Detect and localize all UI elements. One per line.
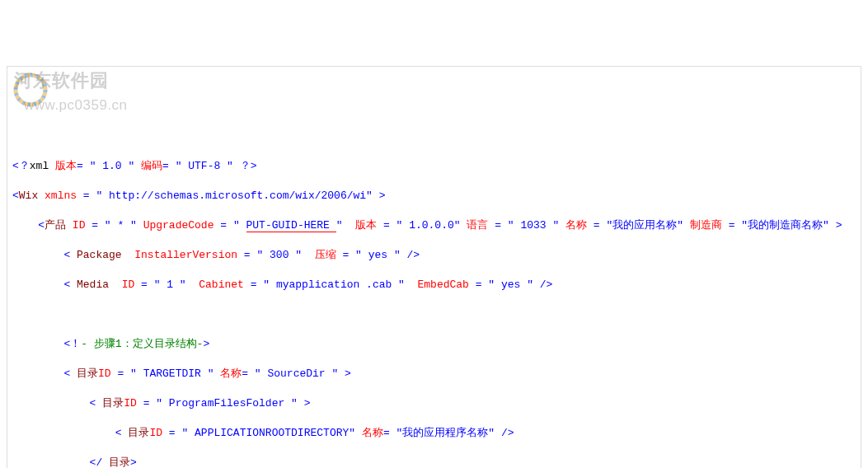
code-line: <！- 步骤1：定义目录结构-> (12, 337, 856, 352)
svg-point-1 (16, 75, 45, 105)
watermark-text: 河东软件园 (14, 73, 109, 88)
code-line: < Package InstallerVersion = " 300 " 压缩 … (12, 248, 856, 263)
code-line: <产品 ID = " * " UpgradeCode = " PUT-GUID-… (12, 218, 856, 233)
code-line: <？xml 版本= " 1.0 " 编码= " UTF-8 " ？> (12, 159, 856, 174)
code-block: 河东软件园 www.pc0359.cn <？xml 版本= " 1.0 " 编码… (7, 66, 861, 468)
code-line: <Wix xmlns = " http://schemas.microsoft.… (12, 189, 856, 204)
code-line (12, 307, 856, 322)
code-line: < 目录ID = " TARGETDIR " 名称= " SourceDir "… (12, 367, 856, 381)
code-line: < 目录ID = " APPLICATIONROOTDIRECTORY" 名称=… (12, 426, 856, 441)
code-line: < 目录ID = " ProgramFilesFolder " > (12, 396, 856, 411)
watermark-url: www.pc0359.cn (24, 98, 128, 113)
watermark-logo (12, 72, 49, 108)
svg-point-0 (16, 75, 45, 105)
code-line: < Media ID = " 1 " Cabinet = " myapplica… (12, 278, 856, 292)
code-line: </ 目录> (12, 456, 856, 468)
